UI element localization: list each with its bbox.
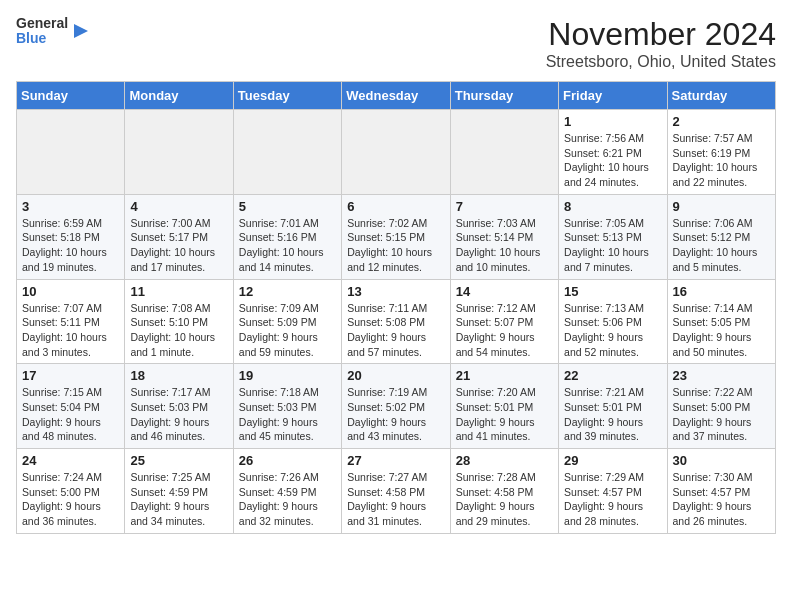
day-info: Sunrise: 7:15 AM Sunset: 5:04 PM Dayligh…	[22, 385, 119, 444]
calendar-cell: 8Sunrise: 7:05 AM Sunset: 5:13 PM Daylig…	[559, 194, 667, 279]
day-number: 12	[239, 284, 336, 299]
day-number: 28	[456, 453, 553, 468]
day-info: Sunrise: 7:05 AM Sunset: 5:13 PM Dayligh…	[564, 216, 661, 275]
logo-icon	[74, 20, 96, 42]
day-info: Sunrise: 7:14 AM Sunset: 5:05 PM Dayligh…	[673, 301, 770, 360]
day-info: Sunrise: 7:29 AM Sunset: 4:57 PM Dayligh…	[564, 470, 661, 529]
calendar-cell: 10Sunrise: 7:07 AM Sunset: 5:11 PM Dayli…	[17, 279, 125, 364]
day-info: Sunrise: 7:03 AM Sunset: 5:14 PM Dayligh…	[456, 216, 553, 275]
calendar-week-row: 10Sunrise: 7:07 AM Sunset: 5:11 PM Dayli…	[17, 279, 776, 364]
day-info: Sunrise: 7:02 AM Sunset: 5:15 PM Dayligh…	[347, 216, 444, 275]
day-number: 6	[347, 199, 444, 214]
calendar-cell: 4Sunrise: 7:00 AM Sunset: 5:17 PM Daylig…	[125, 194, 233, 279]
calendar-cell: 17Sunrise: 7:15 AM Sunset: 5:04 PM Dayli…	[17, 364, 125, 449]
weekday-header-wednesday: Wednesday	[342, 82, 450, 110]
location: Streetsboro, Ohio, United States	[546, 53, 776, 71]
day-info: Sunrise: 7:12 AM Sunset: 5:07 PM Dayligh…	[456, 301, 553, 360]
calendar-cell: 13Sunrise: 7:11 AM Sunset: 5:08 PM Dayli…	[342, 279, 450, 364]
day-number: 18	[130, 368, 227, 383]
calendar-cell: 16Sunrise: 7:14 AM Sunset: 5:05 PM Dayli…	[667, 279, 775, 364]
day-info: Sunrise: 6:59 AM Sunset: 5:18 PM Dayligh…	[22, 216, 119, 275]
calendar-cell: 22Sunrise: 7:21 AM Sunset: 5:01 PM Dayli…	[559, 364, 667, 449]
day-number: 23	[673, 368, 770, 383]
calendar-cell: 11Sunrise: 7:08 AM Sunset: 5:10 PM Dayli…	[125, 279, 233, 364]
day-info: Sunrise: 7:09 AM Sunset: 5:09 PM Dayligh…	[239, 301, 336, 360]
day-info: Sunrise: 7:18 AM Sunset: 5:03 PM Dayligh…	[239, 385, 336, 444]
calendar-cell: 27Sunrise: 7:27 AM Sunset: 4:58 PM Dayli…	[342, 449, 450, 534]
day-number: 17	[22, 368, 119, 383]
day-info: Sunrise: 7:22 AM Sunset: 5:00 PM Dayligh…	[673, 385, 770, 444]
calendar-week-row: 3Sunrise: 6:59 AM Sunset: 5:18 PM Daylig…	[17, 194, 776, 279]
day-info: Sunrise: 7:24 AM Sunset: 5:00 PM Dayligh…	[22, 470, 119, 529]
weekday-header-tuesday: Tuesday	[233, 82, 341, 110]
calendar-cell	[125, 110, 233, 195]
day-info: Sunrise: 7:17 AM Sunset: 5:03 PM Dayligh…	[130, 385, 227, 444]
calendar-cell	[17, 110, 125, 195]
page-header: General Blue November 2024 Streetsboro, …	[16, 16, 776, 71]
day-number: 5	[239, 199, 336, 214]
logo-blue: Blue	[16, 31, 68, 46]
calendar-cell: 30Sunrise: 7:30 AM Sunset: 4:57 PM Dayli…	[667, 449, 775, 534]
day-number: 27	[347, 453, 444, 468]
calendar-cell: 3Sunrise: 6:59 AM Sunset: 5:18 PM Daylig…	[17, 194, 125, 279]
calendar-cell: 14Sunrise: 7:12 AM Sunset: 5:07 PM Dayli…	[450, 279, 558, 364]
day-info: Sunrise: 7:08 AM Sunset: 5:10 PM Dayligh…	[130, 301, 227, 360]
day-number: 11	[130, 284, 227, 299]
day-number: 26	[239, 453, 336, 468]
weekday-header-sunday: Sunday	[17, 82, 125, 110]
calendar-cell: 2Sunrise: 7:57 AM Sunset: 6:19 PM Daylig…	[667, 110, 775, 195]
day-info: Sunrise: 7:21 AM Sunset: 5:01 PM Dayligh…	[564, 385, 661, 444]
day-number: 29	[564, 453, 661, 468]
weekday-header-friday: Friday	[559, 82, 667, 110]
calendar-cell: 29Sunrise: 7:29 AM Sunset: 4:57 PM Dayli…	[559, 449, 667, 534]
svg-marker-0	[74, 24, 88, 38]
day-number: 10	[22, 284, 119, 299]
day-number: 21	[456, 368, 553, 383]
day-number: 22	[564, 368, 661, 383]
day-info: Sunrise: 7:01 AM Sunset: 5:16 PM Dayligh…	[239, 216, 336, 275]
day-info: Sunrise: 7:56 AM Sunset: 6:21 PM Dayligh…	[564, 131, 661, 190]
day-number: 2	[673, 114, 770, 129]
calendar-week-row: 17Sunrise: 7:15 AM Sunset: 5:04 PM Dayli…	[17, 364, 776, 449]
day-info: Sunrise: 7:00 AM Sunset: 5:17 PM Dayligh…	[130, 216, 227, 275]
calendar-cell: 9Sunrise: 7:06 AM Sunset: 5:12 PM Daylig…	[667, 194, 775, 279]
calendar-cell: 7Sunrise: 7:03 AM Sunset: 5:14 PM Daylig…	[450, 194, 558, 279]
day-number: 9	[673, 199, 770, 214]
day-number: 13	[347, 284, 444, 299]
day-info: Sunrise: 7:57 AM Sunset: 6:19 PM Dayligh…	[673, 131, 770, 190]
calendar-cell: 23Sunrise: 7:22 AM Sunset: 5:00 PM Dayli…	[667, 364, 775, 449]
calendar-cell: 5Sunrise: 7:01 AM Sunset: 5:16 PM Daylig…	[233, 194, 341, 279]
day-number: 1	[564, 114, 661, 129]
calendar-cell: 1Sunrise: 7:56 AM Sunset: 6:21 PM Daylig…	[559, 110, 667, 195]
day-number: 20	[347, 368, 444, 383]
calendar-week-row: 24Sunrise: 7:24 AM Sunset: 5:00 PM Dayli…	[17, 449, 776, 534]
calendar-cell: 19Sunrise: 7:18 AM Sunset: 5:03 PM Dayli…	[233, 364, 341, 449]
calendar-cell	[450, 110, 558, 195]
day-number: 16	[673, 284, 770, 299]
calendar-cell: 26Sunrise: 7:26 AM Sunset: 4:59 PM Dayli…	[233, 449, 341, 534]
calendar-cell: 15Sunrise: 7:13 AM Sunset: 5:06 PM Dayli…	[559, 279, 667, 364]
calendar-cell: 28Sunrise: 7:28 AM Sunset: 4:58 PM Dayli…	[450, 449, 558, 534]
calendar-cell: 18Sunrise: 7:17 AM Sunset: 5:03 PM Dayli…	[125, 364, 233, 449]
day-info: Sunrise: 7:30 AM Sunset: 4:57 PM Dayligh…	[673, 470, 770, 529]
calendar-cell	[342, 110, 450, 195]
day-number: 3	[22, 199, 119, 214]
calendar-cell: 21Sunrise: 7:20 AM Sunset: 5:01 PM Dayli…	[450, 364, 558, 449]
day-number: 4	[130, 199, 227, 214]
weekday-header-thursday: Thursday	[450, 82, 558, 110]
weekday-header-row: SundayMondayTuesdayWednesdayThursdayFrid…	[17, 82, 776, 110]
logo: General Blue	[16, 16, 96, 47]
day-info: Sunrise: 7:27 AM Sunset: 4:58 PM Dayligh…	[347, 470, 444, 529]
day-info: Sunrise: 7:20 AM Sunset: 5:01 PM Dayligh…	[456, 385, 553, 444]
day-info: Sunrise: 7:19 AM Sunset: 5:02 PM Dayligh…	[347, 385, 444, 444]
weekday-header-monday: Monday	[125, 82, 233, 110]
day-number: 25	[130, 453, 227, 468]
calendar-cell: 24Sunrise: 7:24 AM Sunset: 5:00 PM Dayli…	[17, 449, 125, 534]
calendar-cell: 20Sunrise: 7:19 AM Sunset: 5:02 PM Dayli…	[342, 364, 450, 449]
calendar-table: SundayMondayTuesdayWednesdayThursdayFrid…	[16, 81, 776, 534]
calendar-cell: 25Sunrise: 7:25 AM Sunset: 4:59 PM Dayli…	[125, 449, 233, 534]
month-title: November 2024	[546, 16, 776, 53]
day-number: 30	[673, 453, 770, 468]
calendar-cell	[233, 110, 341, 195]
day-info: Sunrise: 7:13 AM Sunset: 5:06 PM Dayligh…	[564, 301, 661, 360]
